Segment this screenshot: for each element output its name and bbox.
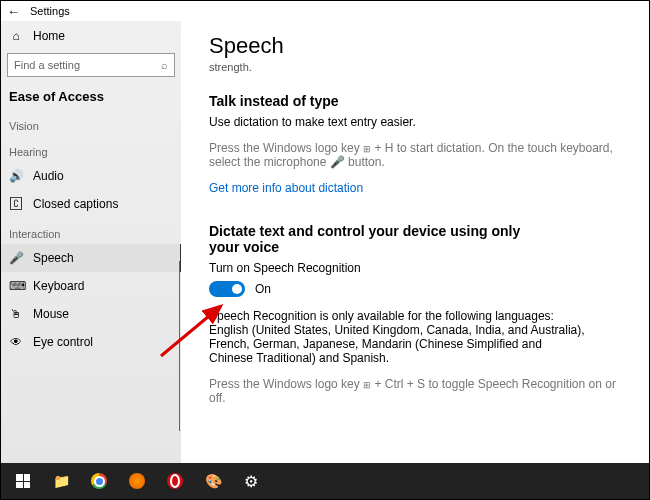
sidebar-item-speech[interactable]: 🎤 Speech — [1, 244, 181, 272]
sidebar-item-label: Keyboard — [33, 279, 84, 293]
winkey-icon: ⊞ — [363, 380, 371, 390]
gear-icon: ⚙ — [244, 472, 258, 491]
dictation-hint: Press the Windows logo key ⊞ + H to star… — [209, 141, 621, 169]
captions-icon: 🄲 — [9, 197, 23, 211]
taskbar-paint[interactable]: 🎨 — [195, 466, 231, 496]
app-title: Settings — [30, 5, 70, 17]
sidebar-item-label: Eye control — [33, 335, 93, 349]
opera-icon — [167, 473, 183, 489]
keyboard-icon: ⌨ — [9, 279, 23, 293]
toggle-knob — [232, 284, 242, 294]
section-talk-desc: Use dictation to make text entry easier. — [209, 115, 621, 129]
winkey-icon: ⊞ — [363, 144, 371, 154]
search-placeholder: Find a setting — [14, 59, 80, 71]
windows-logo-icon — [16, 474, 30, 488]
group-hearing: Hearing — [1, 136, 181, 162]
sidebar-item-audio[interactable]: 🔊 Audio — [1, 162, 181, 190]
sidebar-item-label: Mouse — [33, 307, 69, 321]
home-button[interactable]: ⌂ Home — [1, 23, 181, 49]
sidebar-item-label: Closed captions — [33, 197, 118, 211]
section-talk-heading: Talk instead of type — [209, 93, 621, 109]
folder-icon: 📁 — [53, 473, 70, 489]
toggle-state: On — [255, 282, 271, 296]
search-icon: ⌕ — [161, 59, 168, 71]
start-button[interactable] — [5, 466, 41, 496]
sidebar-item-captions[interactable]: 🄲 Closed captions — [1, 190, 181, 218]
page-subline: strength. — [209, 61, 621, 73]
taskbar-settings[interactable]: ⚙ — [233, 466, 269, 496]
firefox-icon — [129, 473, 145, 489]
search-input[interactable]: Find a setting ⌕ — [7, 53, 175, 77]
group-vision: Vision — [1, 110, 181, 136]
home-icon: ⌂ — [9, 29, 23, 43]
main-content: Speech strength. Talk instead of type Us… — [181, 21, 649, 463]
taskbar-firefox[interactable] — [119, 466, 155, 496]
taskbar-opera[interactable] — [157, 466, 193, 496]
audio-icon: 🔊 — [9, 169, 23, 183]
back-icon[interactable]: ← — [7, 4, 20, 19]
group-interaction: Interaction — [1, 218, 181, 244]
toggle-shortcut-hint: Press the Windows logo key ⊞ + Ctrl + S … — [209, 377, 621, 405]
vertical-divider — [179, 261, 180, 431]
toggle-label: Turn on Speech Recognition — [209, 261, 621, 275]
speech-recognition-toggle[interactable] — [209, 281, 245, 297]
taskbar: 📁 🎨 ⚙ — [1, 463, 649, 499]
home-label: Home — [33, 29, 65, 43]
mouse-icon: 🖱 — [9, 307, 23, 321]
category-label: Ease of Access — [1, 87, 181, 110]
sidebar-item-keyboard[interactable]: ⌨ Keyboard — [1, 272, 181, 300]
taskbar-chrome[interactable] — [81, 466, 117, 496]
languages-note: Speech Recognition is only available for… — [209, 309, 589, 365]
sidebar: ⌂ Home Find a setting ⌕ Ease of Access V… — [1, 21, 181, 463]
titlebar: ← Settings — [1, 1, 649, 21]
palette-icon: 🎨 — [205, 473, 222, 489]
speech-icon: 🎤 — [9, 251, 23, 265]
sidebar-item-label: Audio — [33, 169, 64, 183]
sidebar-item-mouse[interactable]: 🖱 Mouse — [1, 300, 181, 328]
section-voice-heading: Dictate text and control your device usi… — [209, 223, 549, 255]
taskbar-explorer[interactable]: 📁 — [43, 466, 79, 496]
eye-icon: 👁 — [9, 335, 23, 349]
dictation-info-link[interactable]: Get more info about dictation — [209, 181, 363, 195]
chrome-icon — [91, 473, 107, 489]
page-title: Speech — [209, 33, 621, 59]
sidebar-item-label: Speech — [33, 251, 74, 265]
sidebar-item-eye[interactable]: 👁 Eye control — [1, 328, 181, 356]
